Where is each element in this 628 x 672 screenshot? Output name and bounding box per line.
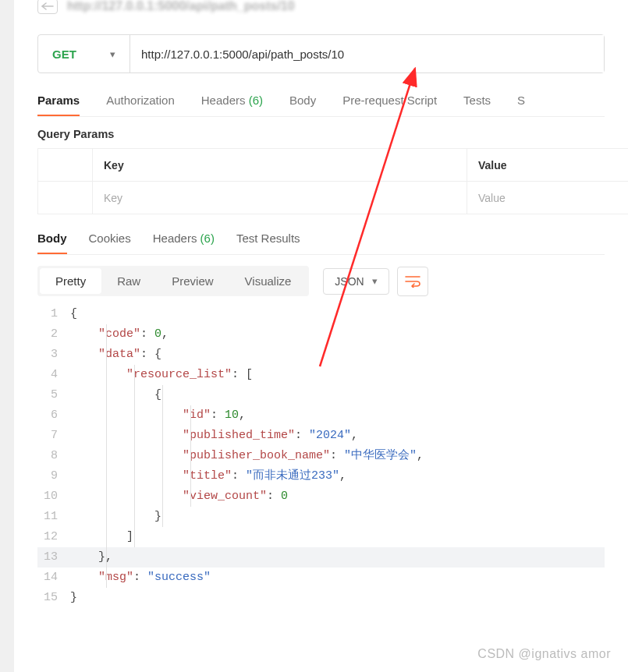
tab-body[interactable]: Body bbox=[289, 94, 316, 116]
res-tab-body[interactable]: Body bbox=[37, 232, 67, 254]
tab-headers-label: Headers bbox=[201, 94, 246, 107]
params-handle-header bbox=[38, 149, 93, 181]
view-tabs: Pretty Raw Preview Visualize bbox=[37, 266, 309, 296]
view-raw[interactable]: Raw bbox=[101, 268, 156, 294]
method-label: GET bbox=[52, 48, 76, 61]
chevron-down-icon: ▾ bbox=[372, 275, 378, 287]
res-tab-headers[interactable]: Headers (6) bbox=[153, 232, 215, 254]
view-preview[interactable]: Preview bbox=[156, 268, 229, 294]
tab-headers[interactable]: Headers (6) bbox=[201, 94, 263, 116]
format-select[interactable]: JSON ▾ bbox=[323, 268, 389, 295]
url-input[interactable] bbox=[130, 35, 604, 73]
wrap-icon bbox=[405, 275, 420, 288]
response-tabs: Body Cookies Headers (6) Test Results bbox=[37, 232, 605, 255]
res-tab-test-results[interactable]: Test Results bbox=[236, 232, 300, 254]
query-params-table: Key Value Key Value bbox=[37, 148, 628, 214]
query-params-title: Query Params bbox=[37, 128, 605, 140]
view-visualize[interactable]: Visualize bbox=[229, 268, 307, 294]
window-gutter bbox=[0, 0, 14, 672]
res-headers-count: (6) bbox=[200, 232, 215, 245]
res-tab-headers-label: Headers bbox=[153, 232, 197, 245]
params-value-header: Value bbox=[467, 149, 628, 181]
history-url: http://127.0.0.1:5000/api/path_posts/10 bbox=[67, 0, 295, 13]
wrap-lines-button[interactable] bbox=[397, 267, 428, 296]
chevron-down-icon: ▾ bbox=[110, 48, 115, 60]
url-bar: GET ▾ bbox=[37, 34, 605, 73]
request-tabs: Params Authorization Headers (6) Body Pr… bbox=[37, 94, 605, 117]
tab-prerequest[interactable]: Pre-request Script bbox=[342, 94, 437, 116]
params-row-handle[interactable] bbox=[38, 182, 93, 214]
method-select[interactable]: GET ▾ bbox=[38, 35, 130, 73]
format-label: JSON bbox=[335, 275, 364, 288]
response-body[interactable]: 1{ 2 "code": 0, 3 "data": { 4 "resource_… bbox=[37, 304, 605, 608]
params-value-input[interactable]: Value bbox=[467, 182, 628, 214]
view-pretty[interactable]: Pretty bbox=[40, 268, 101, 294]
back-icon[interactable] bbox=[37, 0, 58, 14]
params-key-input[interactable]: Key bbox=[93, 182, 467, 214]
headers-count: (6) bbox=[249, 94, 263, 107]
history-row: http://127.0.0.1:5000/api/path_posts/10 bbox=[14, 0, 628, 12]
tab-authorization[interactable]: Authorization bbox=[106, 94, 175, 116]
tab-params[interactable]: Params bbox=[37, 94, 80, 116]
watermark: CSDN @ignativs amor bbox=[477, 647, 611, 661]
tab-settings[interactable]: S bbox=[517, 94, 525, 116]
tab-tests[interactable]: Tests bbox=[463, 94, 491, 116]
res-tab-cookies[interactable]: Cookies bbox=[89, 232, 131, 254]
params-key-header: Key bbox=[93, 149, 467, 181]
